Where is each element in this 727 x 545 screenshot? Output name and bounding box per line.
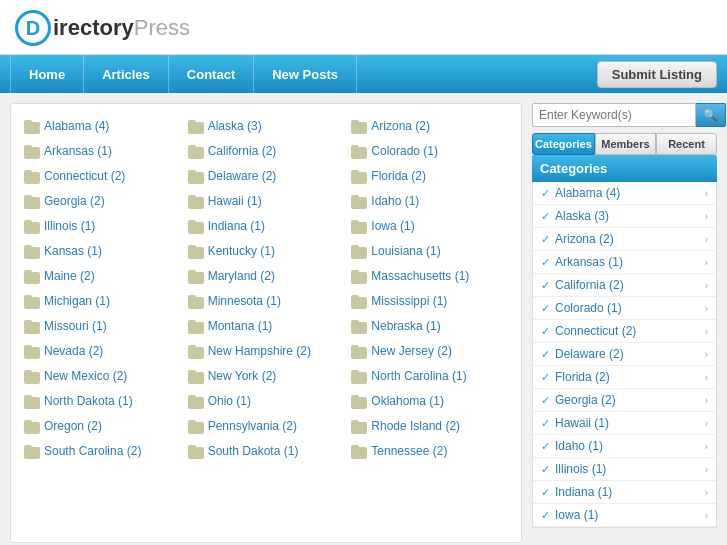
state-item[interactable]: Minnesota (1) [185,289,348,313]
search-button[interactable]: 🔍 [696,103,726,127]
category-item[interactable]: ✓Alabama (4)› [533,182,716,205]
state-item[interactable]: North Dakota (1) [21,389,184,413]
category-item[interactable]: ✓Illinois (1)› [533,458,716,481]
tab-members[interactable]: Members [595,133,656,155]
check-icon: ✓ [541,210,550,223]
state-item[interactable]: Montana (1) [185,314,348,338]
category-name: Hawaii (1) [555,416,705,430]
state-item[interactable]: Massachusetts (1) [348,264,511,288]
state-item[interactable]: Colorado (1) [348,139,511,163]
category-name: Alabama (4) [555,186,705,200]
state-item[interactable]: South Dakota (1) [185,439,348,463]
category-item[interactable]: ✓Iowa (1)› [533,504,716,527]
state-item[interactable]: Delaware (2) [185,164,348,188]
state-item[interactable]: Florida (2) [348,164,511,188]
state-label: Kentucky (1) [208,244,275,258]
category-item[interactable]: ✓Alaska (3)› [533,205,716,228]
state-item[interactable]: Alaska (3) [185,114,348,138]
category-item[interactable]: ✓Hawaii (1)› [533,412,716,435]
state-item[interactable]: North Carolina (1) [348,364,511,388]
logo-press: Press [134,15,190,41]
folder-icon [188,345,204,357]
state-item[interactable]: Arkansas (1) [21,139,184,163]
state-item[interactable]: Connecticut (2) [21,164,184,188]
state-item[interactable]: Nevada (2) [21,339,184,363]
state-item[interactable]: Oklahoma (1) [348,389,511,413]
state-item[interactable]: Ohio (1) [185,389,348,413]
nav-contact[interactable]: Contact [169,55,254,93]
state-item[interactable]: Missouri (1) [21,314,184,338]
state-item[interactable]: New Mexico (2) [21,364,184,388]
category-item[interactable]: ✓Delaware (2)› [533,343,716,366]
category-item[interactable]: ✓Colorado (1)› [533,297,716,320]
state-item[interactable]: Maryland (2) [185,264,348,288]
state-item[interactable]: Pennsylvania (2) [185,414,348,438]
state-item[interactable]: New Jersey (2) [348,339,511,363]
folder-icon [188,295,204,307]
state-item[interactable]: Michigan (1) [21,289,184,313]
category-item[interactable]: ✓Indiana (1)› [533,481,716,504]
folder-icon [351,420,367,432]
state-item[interactable]: Mississippi (1) [348,289,511,313]
nav-home[interactable]: Home [10,55,84,93]
state-label: Georgia (2) [44,194,105,208]
state-item[interactable]: Georgia (2) [21,189,184,213]
category-item[interactable]: ✓Georgia (2)› [533,389,716,412]
folder-icon [188,170,204,182]
state-item[interactable]: New Hampshire (2) [185,339,348,363]
category-item[interactable]: ✓California (2)› [533,274,716,297]
state-item[interactable]: Idaho (1) [348,189,511,213]
chevron-right-icon: › [705,326,708,337]
category-item[interactable]: ✓Arizona (2)› [533,228,716,251]
tab-recent[interactable]: Recent [656,133,717,155]
category-name: Arizona (2) [555,232,705,246]
state-item[interactable]: Oregon (2) [21,414,184,438]
state-item[interactable]: Alabama (4) [21,114,184,138]
category-name: Iowa (1) [555,508,705,522]
folder-icon [351,195,367,207]
category-item[interactable]: ✓Connecticut (2)› [533,320,716,343]
category-item[interactable]: ✓Idaho (1)› [533,435,716,458]
state-item[interactable]: Iowa (1) [348,214,511,238]
search-input[interactable] [532,103,696,127]
state-item[interactable]: Rhode Island (2) [348,414,511,438]
state-item[interactable]: Nebraska (1) [348,314,511,338]
category-item[interactable]: ✓Florida (2)› [533,366,716,389]
check-icon: ✓ [541,302,550,315]
folder-icon [24,195,40,207]
folder-icon [351,245,367,257]
logo-d: D [26,17,40,40]
state-label: Minnesota (1) [208,294,281,308]
category-name: Delaware (2) [555,347,705,361]
folder-icon [188,370,204,382]
folder-icon [24,370,40,382]
chevron-right-icon: › [705,372,708,383]
state-item[interactable]: Hawaii (1) [185,189,348,213]
chevron-right-icon: › [705,303,708,314]
folder-icon [24,245,40,257]
state-item[interactable]: Kansas (1) [21,239,184,263]
nav-new-posts[interactable]: New Posts [254,55,357,93]
category-item[interactable]: ✓Arkansas (1)› [533,251,716,274]
state-item[interactable]: Arizona (2) [348,114,511,138]
chevron-right-icon: › [705,441,708,452]
state-item[interactable]: Indiana (1) [185,214,348,238]
tab-categories[interactable]: Categories [532,133,595,155]
state-label: Michigan (1) [44,294,110,308]
state-item[interactable]: Maine (2) [21,264,184,288]
check-icon: ✓ [541,371,550,384]
state-label: Mississippi (1) [371,294,447,308]
folder-icon [188,145,204,157]
state-item[interactable]: Tennessee (2) [348,439,511,463]
state-item[interactable]: California (2) [185,139,348,163]
submit-listing-button[interactable]: Submit Listing [597,61,717,88]
check-icon: ✓ [541,233,550,246]
state-item[interactable]: Kentucky (1) [185,239,348,263]
nav-articles[interactable]: Articles [84,55,169,93]
state-item[interactable]: South Carolina (2) [21,439,184,463]
folder-icon [351,145,367,157]
state-label: New Hampshire (2) [208,344,311,358]
state-item[interactable]: Illinois (1) [21,214,184,238]
state-item[interactable]: Louisiana (1) [348,239,511,263]
state-item[interactable]: New York (2) [185,364,348,388]
